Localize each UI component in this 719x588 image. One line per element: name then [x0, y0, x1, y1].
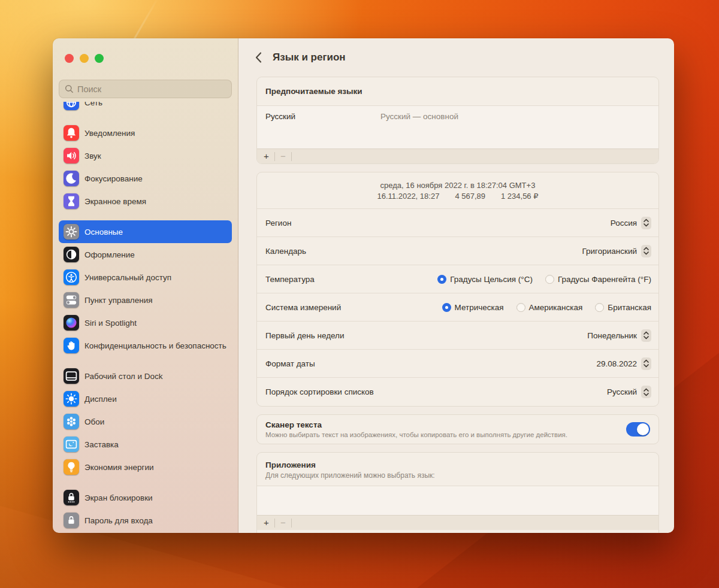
sidebar-item-control-center[interactable]: Пункт управления	[59, 289, 232, 311]
sidebar-item-screen-time[interactable]: Экранное время	[59, 190, 232, 213]
sidebar-item-label: Оформление	[84, 250, 135, 260]
stepper-icon	[641, 217, 651, 229]
language-note: Русский — основной	[380, 111, 458, 122]
measurement-option-1[interactable]: Американская	[516, 303, 583, 312]
stepper-icon	[641, 357, 651, 370]
sidebar-item-label: Экран блокировки	[84, 493, 153, 503]
format-rows: РегионРоссияКалендарьГригорианскийТемпер…	[257, 209, 658, 406]
applications-list	[257, 486, 658, 515]
sort-order-select[interactable]: Русский	[607, 386, 651, 398]
sidebar-item-network[interactable]: Сеть	[59, 102, 232, 114]
preferred-languages-title: Предпочитаемые языки	[265, 87, 362, 96]
sidebar-group: Экран блокировкиПароль для входа	[59, 486, 232, 532]
live-text-card: Сканер текста Можно выбирать текст на из…	[256, 414, 659, 444]
temperature-label: Температура	[265, 275, 315, 284]
toolbar-divider	[291, 519, 292, 528]
notifications-icon	[64, 125, 79, 141]
sidebar-item-label: Сеть	[84, 102, 102, 108]
toolbar-divider	[291, 152, 292, 161]
sidebar-item-label: Уведомления	[84, 128, 135, 138]
screensaver-icon	[64, 437, 79, 452]
measurement-option-0[interactable]: Метрическая	[442, 303, 504, 312]
password-icon	[64, 513, 79, 528]
sidebar-item-label: Экономия энергии	[84, 462, 153, 472]
radio-selected-icon	[437, 275, 446, 284]
sidebar-item-desktop-dock[interactable]: Рабочий стол и Dock	[59, 365, 232, 387]
sidebar-item-label: Обои	[84, 417, 104, 427]
sidebar-group: УведомленияЗвукФокусированиеЭкранное вре…	[59, 122, 232, 213]
add-application-button[interactable]: +	[258, 516, 274, 530]
temperature-option-1[interactable]: Градусы Фаренгейта (°F)	[545, 275, 651, 284]
format-preview-sample: 4 567,89	[455, 192, 485, 201]
sidebar-item-sound[interactable]: Звук	[59, 144, 232, 167]
radio-unselected-icon	[595, 303, 604, 312]
stepper-icon	[641, 329, 651, 342]
format-preview-datetime: среда, 16 ноября 2022 г. в 18:27:04 GMT+…	[265, 180, 650, 191]
date-format-select[interactable]: 29.08.2022	[596, 357, 651, 370]
chevron-left-icon	[255, 51, 262, 63]
focus-icon	[64, 171, 79, 186]
first-day-select[interactable]: Понедельник	[587, 329, 651, 342]
temperature-option-0[interactable]: Градусы Цельсия (°C)	[437, 275, 533, 284]
sidebar-item-accessibility[interactable]: Универсальный доступ	[59, 266, 232, 289]
sort-order-value: Русский	[607, 387, 637, 396]
sidebar-item-energy[interactable]: Экономия энергии	[59, 456, 232, 478]
calendar-value: Григорианский	[582, 247, 638, 256]
measurement-row: Система измеренийМетрическаяАмериканская…	[257, 293, 658, 322]
sidebar-item-displays[interactable]: Дисплеи	[59, 387, 232, 410]
sidebar-item-wallpaper[interactable]: Обои	[59, 410, 232, 433]
remove-language-button[interactable]: −	[275, 149, 291, 163]
accessibility-icon	[64, 269, 79, 285]
sidebar-item-lock-screen[interactable]: Экран блокировки	[59, 486, 232, 509]
system-settings-window: Поиск СетьУведомленияЗвукФокусированиеЭк…	[53, 38, 674, 533]
sidebar-item-focus[interactable]: Фокусирование	[59, 167, 232, 190]
preferred-languages-header: Предпочитаемые языки	[257, 77, 658, 106]
date-format-label: Формат даты	[265, 359, 315, 368]
settings-content: Язык и регион Предпочитаемые языки Русск…	[238, 38, 674, 533]
measurement-option-2[interactable]: Британская	[595, 303, 651, 312]
search-placeholder: Поиск	[77, 84, 101, 94]
sidebar-item-privacy[interactable]: Конфиденциальность и безопасность	[59, 334, 232, 357]
applications-title: Приложения	[265, 460, 650, 469]
stepper-icon	[641, 245, 651, 257]
search-input[interactable]: Поиск	[59, 80, 232, 98]
calendar-select[interactable]: Григорианский	[582, 245, 652, 257]
region-select[interactable]: Россия	[611, 217, 651, 229]
sidebar-item-notifications[interactable]: Уведомления	[59, 122, 232, 144]
search-icon	[65, 84, 74, 93]
sidebar-item-siri[interactable]: Siri и Spotlight	[59, 311, 232, 334]
general-icon	[64, 224, 79, 240]
sidebar-item-screensaver[interactable]: Заставка	[59, 433, 232, 456]
sidebar-item-label: Конфиденциальность и безопасность	[84, 341, 226, 351]
minimize-button[interactable]	[80, 54, 89, 63]
live-text-toggle[interactable]	[626, 422, 650, 437]
sidebar-item-label: Звук	[84, 151, 101, 161]
region-format-card: среда, 16 ноября 2022 г. в 18:27:04 GMT+…	[256, 172, 659, 407]
toggle-knob-icon	[637, 423, 649, 435]
language-list-toolbar: + −	[257, 148, 658, 163]
page-title: Язык и регион	[273, 51, 346, 63]
format-preview-numbers: 16.11.2022, 18:274 567,891 234,56 ₽	[265, 191, 650, 202]
language-row[interactable]: РусскийРусский — основной	[265, 111, 650, 122]
region-label: Регион	[265, 219, 291, 228]
sidebar-item-login-password[interactable]: Пароль для входа	[59, 509, 232, 532]
date-format-value: 29.08.2022	[596, 359, 637, 368]
energy-icon	[64, 459, 79, 475]
region-value: Россия	[611, 219, 637, 228]
close-button[interactable]	[65, 54, 74, 63]
sidebar-item-label: Экранное время	[84, 196, 146, 207]
wallpaper-icon	[64, 414, 79, 429]
zoom-button[interactable]	[95, 54, 104, 63]
sidebar-item-general[interactable]: Основные	[59, 220, 232, 243]
remove-application-button[interactable]: −	[275, 516, 291, 530]
measurement-radio-group: МетрическаяАмериканскаяБританская	[442, 303, 651, 312]
measurement-label: Система измерений	[265, 303, 341, 312]
calendar-row: КалендарьГригорианский	[257, 237, 658, 265]
sidebar-item-label: Основные	[84, 227, 123, 237]
sidebar-item-label: Фокусирование	[84, 174, 143, 184]
add-language-button[interactable]: +	[258, 149, 274, 163]
sidebar: Поиск СетьУведомленияЗвукФокусированиеЭк…	[53, 38, 238, 533]
dock-icon	[64, 368, 79, 384]
sidebar-item-appearance[interactable]: Оформление	[59, 243, 232, 266]
back-button[interactable]	[255, 51, 263, 64]
